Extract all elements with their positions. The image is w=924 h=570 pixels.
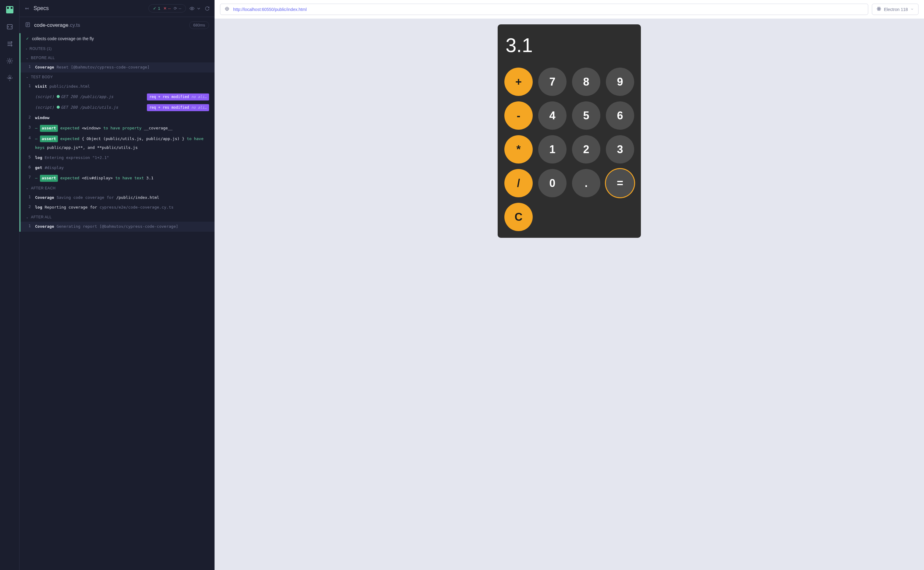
calc-btn-9[interactable]: 9 (606, 67, 634, 96)
calc-btn-*[interactable]: * (504, 135, 533, 164)
calc-btn-8[interactable]: 8 (572, 67, 600, 96)
app-viewport: 3.1 +789-456*123/0.=C (215, 19, 924, 570)
svg-point-2 (11, 45, 12, 46)
selector-icon[interactable] (224, 6, 229, 12)
url-bar: http://localhost:60550/public/index.html… (215, 0, 924, 19)
browser-select[interactable]: Electron 118 (872, 4, 918, 15)
routes-section[interactable]: › ROUTES (1) (20, 44, 215, 53)
stats-pill: ✓ 1 ✕ -- ⟳ -- (148, 4, 186, 12)
file-name: code-coverage.cy.ts (34, 22, 80, 28)
calc-btn--[interactable]: - (504, 101, 533, 130)
modified-badge: req + res modified no ali… (147, 93, 209, 101)
chevron-down-icon: ⌄ (26, 216, 29, 219)
calc-display: 3.1 (502, 29, 636, 65)
calc-btn-6[interactable]: 6 (606, 101, 634, 130)
chevron-down-icon (910, 7, 914, 12)
calculator: 3.1 +789-456*123/0.=C (498, 25, 641, 238)
log-row-assert[interactable]: 4 –assert expected { Object (public/util… (20, 134, 215, 153)
view-icon[interactable] (189, 6, 194, 11)
log-row[interactable]: 1 Coverage Reset [@bahmutov/cypress-code… (20, 63, 215, 72)
log-row[interactable]: 6 get #display (20, 163, 215, 173)
log-row[interactable]: 1 visit public/index.html (20, 81, 215, 92)
calc-btn-4[interactable]: 4 (538, 101, 567, 130)
calc-btn-+[interactable]: + (504, 67, 533, 96)
chevron-right-icon: › (26, 47, 27, 51)
svg-point-4 (9, 77, 11, 79)
svg-point-3 (9, 60, 11, 62)
svg-point-1 (11, 42, 12, 43)
calc-grid: +789-456*123/0.=C (502, 65, 636, 234)
electron-icon (876, 6, 881, 12)
log-row-script[interactable]: (script) GET 200 /public/utils.js req + … (20, 102, 215, 113)
stat-fail: ✕ -- (163, 6, 171, 11)
modified-badge: req + res modified no ali… (147, 104, 209, 111)
stat-pass: ✓ 1 (153, 6, 160, 11)
after-each-section[interactable]: ⌄ AFTER EACH (20, 184, 215, 193)
duration-badge: 680ms (189, 21, 209, 29)
calc-btn-C[interactable]: C (504, 203, 533, 231)
after-all-section[interactable]: ⌄ AFTER ALL (20, 213, 215, 222)
test-container: ✓ collects code coverage on the fly › RO… (20, 33, 215, 232)
code-icon[interactable] (6, 23, 14, 31)
log-row[interactable]: 1 Coverage Generating report [@bahmutov/… (20, 222, 215, 232)
log-row[interactable]: 2 log Reporting coverage for cypress/e2e… (20, 202, 215, 213)
log-row-assert[interactable]: 3 –assert expected <window> to have prop… (20, 123, 215, 134)
calc-btn-/[interactable]: / (504, 169, 533, 197)
test-body-section[interactable]: ⌄ TEST BODY (20, 72, 215, 81)
runs-icon[interactable] (6, 40, 14, 48)
svg-point-5 (191, 8, 192, 9)
svg-point-9 (879, 9, 879, 9)
page-title: Specs (34, 5, 49, 12)
file-icon (25, 22, 31, 28)
chevron-down-icon: ⌄ (26, 75, 29, 78)
url-input[interactable]: http://localhost:60550/public/index.html (220, 4, 868, 15)
chevron-down-icon[interactable] (196, 6, 201, 11)
log-row[interactable]: 5 log Entering expression "1+2.1" (20, 153, 215, 163)
calc-btn-5[interactable]: 5 (572, 101, 600, 130)
settings-icon[interactable] (6, 74, 14, 82)
test-title: collects code coverage on the fly (32, 36, 94, 41)
stat-pending: ⟳ -- (174, 6, 181, 11)
back-icon[interactable] (25, 6, 29, 11)
svg-point-10 (877, 8, 881, 9)
log-row-assert[interactable]: 7 –assert expected <div#display> to have… (20, 173, 215, 184)
calc-btn-.[interactable]: . (572, 169, 600, 197)
file-header[interactable]: code-coverage.cy.ts 680ms (20, 17, 215, 33)
calc-btn-=[interactable]: = (606, 169, 634, 197)
url-text: http://localhost:60550/public/index.html (233, 7, 307, 12)
topbar: Specs ✓ 1 ✕ -- ⟳ -- (20, 0, 215, 17)
calc-btn-0[interactable]: 0 (538, 169, 567, 197)
before-all-section[interactable]: ⌄ BEFORE ALL (20, 53, 215, 63)
calc-btn-2[interactable]: 2 (572, 135, 600, 164)
reload-icon[interactable] (205, 6, 210, 11)
svg-point-7 (226, 7, 229, 11)
chevron-down-icon: ⌄ (26, 186, 29, 190)
test-title-row[interactable]: ✓ collects code coverage on the fly (20, 33, 215, 44)
log-row[interactable]: 1 Coverage Saving code coverage for /pub… (20, 193, 215, 203)
log-row[interactable]: 2 window (20, 113, 215, 123)
reporter-panel: Specs ✓ 1 ✕ -- ⟳ -- code-coverage.cy.ts … (20, 0, 215, 570)
log-row-script[interactable]: (script) GET 200 /public/app.js req + re… (20, 92, 215, 102)
svg-point-8 (226, 8, 228, 9)
debug-icon[interactable] (6, 57, 14, 65)
chevron-down-icon: ⌄ (26, 56, 29, 60)
calc-btn-7[interactable]: 7 (538, 67, 567, 96)
sidebar (0, 0, 20, 570)
logo-icon[interactable] (6, 6, 14, 14)
calc-btn-1[interactable]: 1 (538, 135, 567, 164)
aut-panel: http://localhost:60550/public/index.html… (215, 0, 924, 570)
check-icon: ✓ (26, 37, 29, 41)
calc-btn-3[interactable]: 3 (606, 135, 634, 164)
